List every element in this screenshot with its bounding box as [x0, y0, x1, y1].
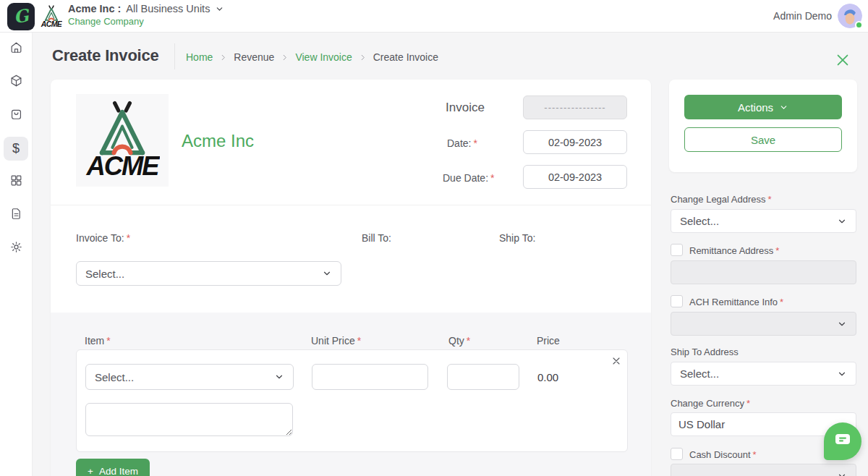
- item-select[interactable]: Select...: [85, 364, 294, 390]
- chevron-down-icon: [837, 319, 847, 329]
- sidebar-item-settings[interactable]: [4, 237, 28, 260]
- save-button[interactable]: Save: [684, 127, 842, 152]
- chevron-down-icon: [837, 216, 847, 226]
- actions-button-label: Actions: [738, 101, 773, 114]
- chevron-right-icon: [219, 54, 227, 61]
- app-root: ACME G Acme Inc : All Business Units Cha…: [0, 0, 868, 476]
- home-icon: [9, 41, 23, 57]
- ship-to-address-select-value: Select...: [680, 367, 719, 380]
- invoice-to-label: Invoice To:*: [76, 232, 130, 244]
- date-field[interactable]: [523, 130, 627, 154]
- required-asterisk: *: [490, 172, 494, 184]
- date-label: Date:*: [447, 137, 477, 149]
- price-column-header: Price: [537, 335, 560, 347]
- breadcrumb-home[interactable]: Home: [186, 51, 213, 63]
- required-asterisk: *: [473, 137, 477, 149]
- sidebar-item-purchases[interactable]: [4, 103, 28, 127]
- gear-icon: [9, 240, 23, 257]
- items-section: Item* Unit Price* Qty* Price Select... 0…: [51, 313, 651, 476]
- remittance-address-checkbox[interactable]: [671, 244, 683, 256]
- cash-discount-label: Cash Discount*: [689, 449, 757, 460]
- invoice-company-name: Acme Inc: [182, 131, 254, 151]
- sidebar-item-home[interactable]: [4, 37, 28, 61]
- title-divider: [174, 43, 175, 69]
- required-asterisk: *: [753, 449, 757, 460]
- remittance-address-field: [671, 260, 856, 284]
- due-date-label: Due Date:*: [443, 172, 495, 184]
- app-logo[interactable]: G: [7, 3, 35, 30]
- chevron-down-icon: [837, 471, 847, 476]
- breadcrumb-create-invoice: Create Invoice: [373, 51, 438, 63]
- legal-address-select-value: Select...: [680, 215, 719, 227]
- change-company-link[interactable]: Change Company: [68, 16, 144, 27]
- required-asterisk: *: [746, 398, 750, 409]
- dollar-icon: $: [12, 141, 20, 156]
- legal-address-select[interactable]: Select...: [671, 209, 856, 233]
- close-page-button[interactable]: [835, 52, 854, 71]
- actions-button[interactable]: Actions: [684, 95, 842, 119]
- chat-widget-button[interactable]: [824, 422, 861, 460]
- package-icon: [9, 74, 23, 90]
- plus-icon: +: [88, 466, 93, 476]
- company-label: Acme Inc :: [68, 3, 121, 14]
- page-title: Create Invoice: [52, 46, 159, 65]
- document-icon: [9, 207, 23, 224]
- item-row: Select... 0.00: [76, 349, 628, 452]
- chevron-right-icon: [281, 54, 289, 61]
- item-column-header: Item*: [85, 335, 111, 347]
- qty-field[interactable]: [447, 364, 519, 390]
- breadcrumb-view-invoice[interactable]: View Invoice: [295, 51, 352, 63]
- add-item-button[interactable]: + Add Item: [76, 459, 150, 476]
- row-price-value: 0.00: [537, 371, 558, 383]
- topbar: G Acme Inc : All Business Units Change C…: [0, 0, 868, 33]
- remove-item-button[interactable]: [610, 355, 625, 370]
- unit-price-field[interactable]: [312, 364, 428, 390]
- unit-price-column-header: Unit Price*: [311, 335, 361, 347]
- ship-to-label: Ship To:: [499, 232, 535, 244]
- item-description-field[interactable]: [85, 403, 293, 436]
- sidebar-nav: $: [0, 33, 33, 476]
- required-asterisk: *: [775, 245, 779, 256]
- business-unit-switcher[interactable]: Acme Inc : All Business Units: [68, 3, 224, 14]
- ship-to-address-select[interactable]: Select...: [671, 362, 856, 386]
- required-asterisk: *: [768, 194, 772, 205]
- bill-to-label: Bill To:: [362, 232, 391, 244]
- invoice-number-label: Invoice: [446, 101, 485, 115]
- item-select-value: Select...: [95, 371, 134, 383]
- sidebar-item-apps[interactable]: [4, 170, 28, 194]
- ach-remittance-label: ACH Remittance Info*: [689, 297, 783, 307]
- remittance-address-label: Remittance Address*: [689, 245, 779, 256]
- invoice-to-select[interactable]: Select...: [76, 261, 341, 286]
- ach-remittance-select: [671, 312, 856, 336]
- currency-label: Change Currency*: [671, 398, 750, 409]
- app-logo-glyph: G: [12, 7, 30, 27]
- required-asterisk: *: [467, 335, 470, 347]
- cash-discount-checkbox[interactable]: [671, 448, 683, 460]
- breadcrumb-revenue: Revenue: [234, 51, 274, 63]
- legal-address-label: Change Legal Address*: [671, 194, 772, 205]
- required-asterisk: *: [357, 335, 361, 347]
- invoice-number-field: [523, 95, 627, 119]
- required-asterisk: *: [127, 232, 130, 244]
- chevron-down-icon: [322, 268, 332, 279]
- section-divider: [51, 205, 651, 205]
- avatar[interactable]: [838, 4, 862, 28]
- add-item-label: Add Item: [99, 466, 138, 476]
- business-unit-label: All Business Units: [126, 3, 210, 14]
- sidebar-item-reports[interactable]: [4, 203, 28, 227]
- due-date-field[interactable]: [523, 165, 627, 189]
- cash-discount-select: [671, 464, 856, 476]
- shopping-bag-icon: [9, 107, 23, 124]
- chevron-right-icon: [359, 54, 367, 61]
- grid-icon: [9, 174, 23, 190]
- online-status-dot: [855, 21, 863, 29]
- ach-remittance-checkbox[interactable]: [671, 295, 683, 307]
- invoice-to-select-value: Select...: [85, 268, 124, 280]
- user-name: Admin Demo: [773, 10, 832, 22]
- sidebar-item-products[interactable]: [4, 70, 28, 94]
- actions-card: Actions Save: [669, 80, 857, 172]
- sidebar-item-revenue[interactable]: $: [4, 137, 28, 161]
- required-asterisk: *: [780, 297, 783, 307]
- chevron-down-icon: [215, 4, 224, 14]
- chat-icon: [833, 431, 852, 451]
